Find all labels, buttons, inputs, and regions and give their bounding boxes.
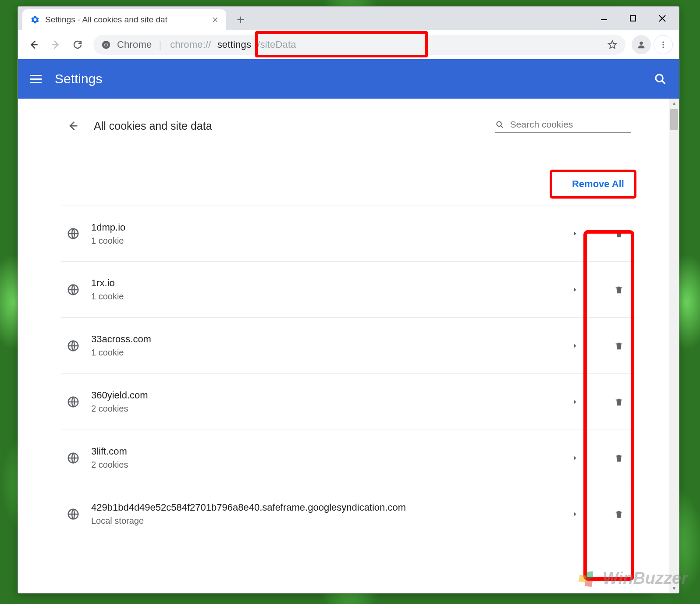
- expand-chevron-icon[interactable]: [569, 396, 581, 408]
- svg-point-10: [497, 121, 501, 126]
- site-row[interactable]: 33across.com 1 cookie: [61, 318, 636, 374]
- settings-gear-icon: [30, 15, 40, 25]
- svg-rect-0: [601, 19, 607, 20]
- address-bar[interactable]: Chrome | chrome://settings/siteData: [93, 35, 625, 55]
- globe-icon: [67, 451, 80, 465]
- settings-menu-icon[interactable]: [30, 75, 42, 83]
- svg-point-4: [105, 43, 107, 46]
- site-domain: 1rx.io: [91, 277, 558, 289]
- scrollbar-thumb[interactable]: [670, 109, 678, 130]
- svg-rect-1: [630, 16, 636, 21]
- reload-button[interactable]: [68, 35, 87, 54]
- tab-strip: Settings - All cookies and site dat: [18, 7, 679, 30]
- browser-toolbar: Chrome | chrome://settings/siteData: [18, 30, 679, 59]
- site-domain: 33across.com: [91, 334, 558, 345]
- bookmark-star-icon[interactable]: [607, 39, 618, 50]
- expand-chevron-icon[interactable]: [569, 284, 581, 296]
- delete-trash-icon[interactable]: [613, 227, 625, 240]
- site-subtitle: 2 cookies: [91, 460, 558, 470]
- delete-trash-icon[interactable]: [613, 508, 625, 520]
- panel-back-button[interactable]: [64, 117, 82, 135]
- svg-point-7: [662, 44, 664, 45]
- scrollbar-track[interactable]: ▲ ▼: [669, 99, 679, 593]
- svg-point-9: [656, 75, 663, 82]
- svg-point-8: [662, 46, 664, 48]
- profile-avatar-button[interactable]: [632, 35, 651, 54]
- delete-trash-icon[interactable]: [613, 452, 625, 464]
- url-path: /siteData: [257, 39, 296, 50]
- svg-point-6: [662, 41, 664, 43]
- minimize-button[interactable]: [600, 14, 608, 22]
- window-controls: [600, 7, 679, 30]
- tab-close-icon[interactable]: [210, 15, 220, 25]
- site-cookie-list: 1dmp.io 1 cookie 1rx.io 1 cookie: [61, 206, 636, 542]
- close-window-button[interactable]: [658, 14, 667, 23]
- nav-forward-button[interactable]: [46, 35, 65, 54]
- globe-icon: [67, 227, 80, 240]
- site-subtitle: 2 cookies: [91, 404, 558, 414]
- url-scheme: chrome://: [170, 39, 211, 50]
- site-row[interactable]: 3lift.com 2 cookies: [61, 430, 636, 486]
- site-domain: 3lift.com: [91, 446, 558, 457]
- expand-chevron-icon[interactable]: [569, 340, 581, 352]
- chrome-logo-icon: [101, 40, 111, 50]
- globe-icon: [67, 508, 80, 521]
- tab-title: Settings - All cookies and site dat: [45, 15, 205, 25]
- expand-chevron-icon[interactable]: [569, 452, 581, 464]
- site-domain: 1dmp.io: [91, 222, 558, 233]
- settings-app-bar: Settings: [18, 59, 679, 99]
- cookies-search-field[interactable]: [495, 119, 631, 133]
- cookies-panel: All cookies and site data Remove All 1dm…: [61, 99, 636, 542]
- chrome-window: Settings - All cookies and site dat: [18, 6, 679, 593]
- site-row[interactable]: 1dmp.io 1 cookie: [61, 206, 636, 262]
- site-subtitle: Local storage: [91, 516, 558, 526]
- site-subtitle: 1 cookie: [91, 348, 558, 358]
- panel-header: All cookies and site data: [61, 117, 636, 135]
- site-row[interactable]: 1rx.io 1 cookie: [61, 262, 636, 318]
- site-row[interactable]: 360yield.com 2 cookies: [61, 374, 636, 430]
- chrome-menu-button[interactable]: [654, 35, 673, 54]
- remove-all-row: Remove All: [61, 173, 634, 195]
- scroll-down-icon[interactable]: ▼: [669, 583, 679, 593]
- scroll-up-icon[interactable]: ▲: [669, 99, 679, 108]
- site-domain: 360yield.com: [91, 390, 558, 401]
- svg-point-5: [640, 41, 643, 44]
- delete-trash-icon[interactable]: [613, 284, 625, 296]
- expand-chevron-icon[interactable]: [569, 508, 581, 520]
- globe-icon: [67, 283, 80, 296]
- search-icon: [495, 120, 504, 129]
- settings-search-icon[interactable]: [654, 72, 667, 85]
- site-subtitle: 1 cookie: [91, 291, 558, 302]
- site-row[interactable]: 429b1bd4d49e52c584f2701b796a8e40.safefra…: [61, 486, 636, 542]
- site-subtitle: 1 cookie: [91, 236, 558, 246]
- maximize-button[interactable]: [629, 14, 637, 22]
- browser-tab[interactable]: Settings - All cookies and site dat: [22, 9, 226, 30]
- url-host: settings: [217, 39, 251, 50]
- panel-title: All cookies and site data: [94, 120, 483, 132]
- expand-chevron-icon[interactable]: [569, 227, 581, 240]
- delete-trash-icon[interactable]: [613, 396, 625, 408]
- globe-icon: [67, 395, 80, 409]
- settings-title: Settings: [55, 71, 102, 86]
- nav-back-button[interactable]: [24, 35, 43, 54]
- settings-content: ▲ ▼ All cookies and site data Remove All: [18, 99, 679, 593]
- globe-icon: [67, 339, 80, 352]
- cookies-search-input[interactable]: [510, 119, 631, 130]
- omnibox-chip-label: Chrome: [117, 39, 152, 50]
- remove-all-button[interactable]: Remove All: [562, 173, 634, 195]
- delete-trash-icon[interactable]: [613, 340, 625, 352]
- new-tab-button[interactable]: [231, 11, 250, 29]
- site-domain: 429b1bd4d49e52c584f2701b796a8e40.safefra…: [91, 502, 558, 513]
